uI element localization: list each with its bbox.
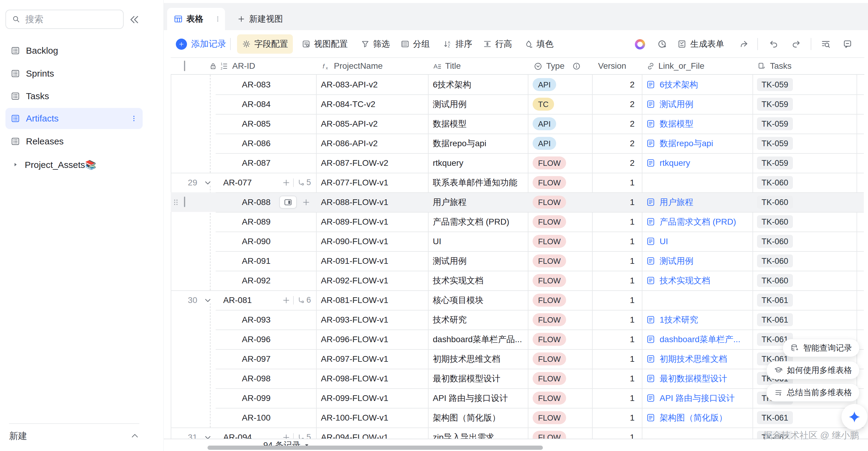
add-subrecord-icon[interactable]	[282, 178, 291, 187]
cell-projectname[interactable]: AR-083-API-v2	[321, 75, 422, 94]
cell-arid[interactable]: AR-100	[216, 408, 271, 427]
column-header-projectname[interactable]: ProjectName	[334, 58, 383, 74]
comment-icon[interactable]	[842, 39, 852, 49]
cell-link[interactable]: 架构图（简化版）	[660, 408, 751, 427]
cell-arid[interactable]: AR-077	[223, 173, 252, 192]
table-row[interactable]: AR-097AR-097-FLOW-v1初期技术思维文档FLOW1初期技术思维文…	[171, 349, 864, 369]
cell-version[interactable]: 2	[581, 114, 634, 134]
group-collapse-icon[interactable]	[203, 178, 212, 187]
table-row[interactable]: AR-089AR-089-FLOW-v1产品需求文档 (PRD)FLOW1产品需…	[171, 212, 864, 231]
cell-link[interactable]: 测试用例	[660, 94, 751, 114]
cell-arid[interactable]: AR-092	[216, 271, 271, 290]
doc-link-icon[interactable]	[646, 119, 655, 128]
cell-arid[interactable]: AR-091	[216, 251, 271, 271]
cell-title[interactable]: 联系表单邮件通知功能	[433, 173, 522, 192]
toolbar-button-gear[interactable]: 字段配置	[237, 34, 293, 54]
cell-version[interactable]: 1	[581, 192, 634, 212]
ai-pill-graduation-cap[interactable]: 如何使用多维表格	[766, 361, 860, 379]
cell-title[interactable]: 测试用例	[433, 94, 522, 114]
table-row[interactable]: AR-096AR-096-FLOW-v1dashboard菜单栏产品...FLO…	[171, 329, 864, 349]
cell-projectname[interactable]: AR-088-FLOW-v1	[321, 192, 422, 212]
cell-link[interactable]: 用户旅程	[660, 192, 751, 212]
type-badge[interactable]: FLOW	[533, 372, 566, 385]
table-row[interactable]: 30AR-0816AR-081-FLOW-v1核心项目模块FLOW1TK-061	[171, 290, 864, 310]
row-checkbox[interactable]	[184, 197, 185, 207]
toolbar-button-group[interactable]: 分组	[396, 34, 435, 54]
type-badge[interactable]: FLOW	[533, 313, 566, 326]
horizontal-scrollbar[interactable]	[208, 446, 543, 450]
cell-version[interactable]: 1	[581, 231, 634, 251]
doc-link-icon[interactable]	[646, 217, 655, 226]
redo-icon[interactable]	[791, 39, 801, 49]
cell-title[interactable]: 产品需求文档 (PRD)	[433, 212, 522, 231]
cell-arid[interactable]: AR-099	[216, 388, 271, 408]
task-badge[interactable]: TK-060	[757, 176, 793, 189]
cell-title[interactable]: UI	[433, 231, 522, 251]
group-collapse-icon[interactable]	[203, 296, 212, 305]
doc-link-icon[interactable]	[646, 354, 655, 363]
tab-more-icon[interactable]	[214, 15, 221, 23]
search-input[interactable]: 搜索	[5, 10, 124, 29]
task-badge[interactable]: TK-060	[757, 274, 793, 287]
type-badge[interactable]: FLOW	[533, 294, 566, 307]
add-record-below-icon[interactable]	[302, 198, 311, 207]
cell-arid[interactable]: AR-097	[216, 349, 271, 369]
doc-link-icon[interactable]	[646, 237, 655, 246]
task-badge[interactable]: TK-060	[757, 254, 793, 267]
tab-grid-view[interactable]: 表格	[167, 8, 225, 30]
cell-link[interactable]: 1技术研究	[660, 310, 751, 329]
cell-link[interactable]: dashboard菜单栏产...	[660, 329, 751, 349]
cell-arid[interactable]: AR-088	[216, 192, 271, 212]
task-badge[interactable]: TK-061	[757, 411, 793, 424]
task-badge[interactable]: TK-059	[757, 137, 793, 150]
cell-version[interactable]: 2	[581, 153, 634, 173]
sidebar-item-artifacts[interactable]: Artifacts	[5, 108, 143, 129]
cell-link[interactable]: 初期技术思维文档	[660, 349, 751, 369]
ai-magic-icon[interactable]	[635, 39, 645, 50]
share-icon[interactable]	[739, 39, 749, 49]
table-row[interactable]: 29AR-0775AR-077-FLOW-v1联系表单邮件通知功能FLOW1TK…	[171, 173, 864, 192]
expand-arrow-icon[interactable]	[12, 161, 19, 168]
task-badge[interactable]: TK-060	[757, 215, 793, 228]
table-row[interactable]: AR-100AR-100-FLOW-v1架构图（简化版）FLOW1架构图（简化版…	[171, 408, 864, 427]
cell-arid[interactable]: AR-090	[216, 231, 271, 251]
doc-link-icon[interactable]	[646, 197, 655, 207]
type-badge[interactable]: FLOW	[533, 254, 566, 267]
cell-arid[interactable]: AR-093	[216, 310, 271, 329]
sidebar-item-tasks[interactable]: Tasks	[5, 86, 143, 107]
cell-link[interactable]: 产品需求文档 (PRD)	[660, 212, 751, 231]
generate-form-button[interactable]: 生成表单	[677, 30, 724, 58]
cell-arid[interactable]: AR-081	[223, 290, 252, 310]
type-badge[interactable]: FLOW	[533, 411, 566, 424]
task-badge[interactable]: TK-059	[757, 98, 793, 110]
cell-title[interactable]: 架构图（简化版）	[433, 408, 522, 427]
toolbar-button-view-config[interactable]: 视图配置	[297, 34, 352, 54]
cell-projectname[interactable]: AR-089-FLOW-v1	[321, 212, 422, 231]
task-badge[interactable]: TK-061	[757, 313, 793, 326]
cell-arid[interactable]: AR-089	[216, 212, 271, 231]
table-row[interactable]: AR-090AR-090-FLOW-v1UIFLOW1UITK-060	[171, 231, 864, 251]
table-row[interactable]: AR-099AR-099-FLOW-v1API 路由与接口设计FLOW1API …	[171, 388, 864, 408]
cell-version[interactable]: 1	[581, 251, 634, 271]
type-badge[interactable]: API	[533, 137, 556, 150]
cell-arid[interactable]: AR-083	[216, 75, 271, 94]
doc-link-icon[interactable]	[646, 158, 655, 168]
column-header-linkorfile[interactable]: Link_or_File	[658, 58, 705, 74]
doc-link-icon[interactable]	[646, 335, 655, 344]
cell-version[interactable]: 1	[581, 369, 634, 388]
table-row[interactable]: AR-092AR-092-FLOW-v1技术实现文档FLOW1技术实现文档TK-…	[171, 271, 864, 290]
toolbar-button-fill-color[interactable]: 填色	[519, 34, 558, 54]
type-badge[interactable]: API	[533, 78, 556, 91]
doc-link-icon[interactable]	[646, 139, 655, 148]
cell-version[interactable]: 1	[581, 408, 634, 427]
select-all-checkbox[interactable]	[184, 61, 185, 71]
new-table-button[interactable]: 新建	[9, 426, 140, 446]
subtask-icon[interactable]	[297, 296, 305, 304]
type-badge[interactable]: TC	[533, 98, 554, 110]
cell-version[interactable]: 1	[581, 349, 634, 369]
expand-record-button[interactable]	[279, 196, 297, 208]
type-badge[interactable]: API	[533, 117, 556, 130]
sidebar-item-sprints[interactable]: Sprints	[5, 63, 143, 84]
ai-assistant-button[interactable]	[841, 404, 867, 430]
task-badge[interactable]: TK-059	[757, 157, 793, 169]
